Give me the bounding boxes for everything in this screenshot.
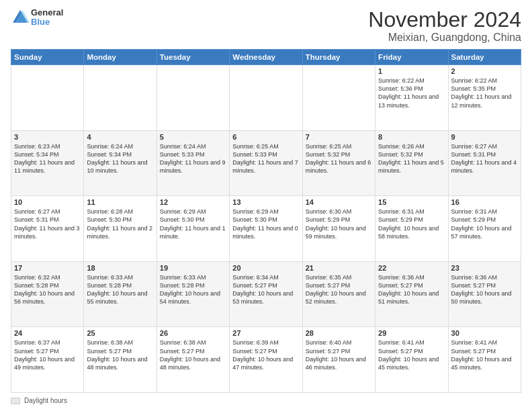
day-info: Sunrise: 6:25 AM Sunset: 5:32 PM Dayligh… [306,142,372,175]
title-block: November 2024 Meixian, Guangdong, China [368,8,521,44]
calendar-cell: 28Sunrise: 6:40 AM Sunset: 5:27 PM Dayli… [302,327,375,393]
day-info: Sunrise: 6:41 AM Sunset: 5:27 PM Dayligh… [378,338,445,371]
day-info: Sunrise: 6:29 AM Sunset: 5:30 PM Dayligh… [160,208,226,240]
calendar-week-row: 1Sunrise: 6:22 AM Sunset: 5:36 PM Daylig… [11,65,521,131]
day-number: 5 [160,133,226,141]
calendar-cell: 16Sunrise: 6:31 AM Sunset: 5:29 PM Dayli… [448,196,521,262]
day-number: 9 [451,133,518,141]
calendar-cell: 1Sunrise: 6:22 AM Sunset: 5:36 PM Daylig… [375,65,448,131]
calendar-cell: 21Sunrise: 6:35 AM Sunset: 5:27 PM Dayli… [302,261,375,327]
calendar-cell: 3Sunrise: 6:23 AM Sunset: 5:34 PM Daylig… [11,130,84,196]
legend-box [11,398,20,404]
legend-label: Daylight hours [24,397,67,404]
calendar-cell: 19Sunrise: 6:33 AM Sunset: 5:28 PM Dayli… [157,261,229,327]
day-number: 14 [306,198,372,206]
day-info: Sunrise: 6:37 AM Sunset: 5:27 PM Dayligh… [14,338,81,371]
calendar-cell: 7Sunrise: 6:25 AM Sunset: 5:32 PM Daylig… [302,130,375,196]
calendar-cell: 12Sunrise: 6:29 AM Sunset: 5:30 PM Dayli… [157,196,229,262]
day-info: Sunrise: 6:24 AM Sunset: 5:33 PM Dayligh… [160,142,226,175]
header: General Blue November 2024 Meixian, Guan… [11,8,521,44]
day-info: Sunrise: 6:22 AM Sunset: 5:35 PM Dayligh… [451,77,518,109]
day-number: 27 [232,329,299,337]
day-info: Sunrise: 6:30 AM Sunset: 5:29 PM Dayligh… [306,208,372,240]
calendar-cell: 23Sunrise: 6:36 AM Sunset: 5:27 PM Dayli… [448,261,521,327]
calendar-cell: 10Sunrise: 6:27 AM Sunset: 5:31 PM Dayli… [11,196,84,262]
day-number: 30 [451,329,518,337]
day-info: Sunrise: 6:41 AM Sunset: 5:27 PM Dayligh… [451,338,518,371]
day-info: Sunrise: 6:34 AM Sunset: 5:27 PM Dayligh… [232,273,299,306]
calendar-cell: 4Sunrise: 6:24 AM Sunset: 5:34 PM Daylig… [84,130,157,196]
day-number: 15 [378,198,445,206]
day-number: 2 [451,67,518,75]
calendar-cell: 25Sunrise: 6:38 AM Sunset: 5:27 PM Dayli… [84,327,157,393]
day-info: Sunrise: 6:38 AM Sunset: 5:27 PM Dayligh… [87,338,153,371]
day-number: 22 [378,264,445,272]
day-number: 11 [87,198,153,206]
day-number: 20 [232,264,299,272]
calendar-week-row: 24Sunrise: 6:37 AM Sunset: 5:27 PM Dayli… [11,327,521,393]
day-info: Sunrise: 6:28 AM Sunset: 5:30 PM Dayligh… [87,208,153,240]
day-info: Sunrise: 6:25 AM Sunset: 5:33 PM Dayligh… [232,142,299,175]
calendar-week-row: 17Sunrise: 6:32 AM Sunset: 5:28 PM Dayli… [11,261,521,327]
calendar-header-row: SundayMondayTuesdayWednesdayThursdayFrid… [11,50,521,65]
calendar-cell: 27Sunrise: 6:39 AM Sunset: 5:27 PM Dayli… [230,327,302,393]
logo-blue: Blue [31,17,63,27]
calendar-cell: 5Sunrise: 6:24 AM Sunset: 5:33 PM Daylig… [157,130,229,196]
calendar-cell: 24Sunrise: 6:37 AM Sunset: 5:27 PM Dayli… [11,327,84,393]
calendar-table: SundayMondayTuesdayWednesdayThursdayFrid… [11,49,521,393]
calendar-cell: 11Sunrise: 6:28 AM Sunset: 5:30 PM Dayli… [84,196,157,262]
day-number: 21 [306,264,372,272]
calendar-cell: 18Sunrise: 6:33 AM Sunset: 5:28 PM Dayli… [84,261,157,327]
calendar-cell [11,65,84,131]
day-info: Sunrise: 6:33 AM Sunset: 5:28 PM Dayligh… [160,273,226,306]
legend: Daylight hours [11,397,521,404]
calendar-cell: 17Sunrise: 6:32 AM Sunset: 5:28 PM Dayli… [11,261,84,327]
calendar-cell: 15Sunrise: 6:31 AM Sunset: 5:29 PM Dayli… [375,196,448,262]
day-info: Sunrise: 6:27 AM Sunset: 5:31 PM Dayligh… [451,142,518,175]
logo-general: General [31,8,63,17]
day-info: Sunrise: 6:31 AM Sunset: 5:29 PM Dayligh… [451,208,518,240]
calendar-cell [302,65,375,131]
day-header-thursday: Thursday [302,50,375,65]
day-number: 3 [14,133,81,141]
day-header-sunday: Sunday [11,50,84,65]
day-info: Sunrise: 6:24 AM Sunset: 5:34 PM Dayligh… [87,142,153,175]
logo: General Blue [11,8,63,28]
calendar-cell: 2Sunrise: 6:22 AM Sunset: 5:35 PM Daylig… [448,65,521,131]
day-number: 12 [160,198,226,206]
day-number: 24 [14,329,81,337]
day-info: Sunrise: 6:22 AM Sunset: 5:36 PM Dayligh… [378,77,445,109]
calendar-cell: 26Sunrise: 6:38 AM Sunset: 5:27 PM Dayli… [157,327,229,393]
calendar-week-row: 10Sunrise: 6:27 AM Sunset: 5:31 PM Dayli… [11,196,521,262]
day-info: Sunrise: 6:29 AM Sunset: 5:30 PM Dayligh… [232,208,299,240]
calendar-cell: 9Sunrise: 6:27 AM Sunset: 5:31 PM Daylig… [448,130,521,196]
day-info: Sunrise: 6:27 AM Sunset: 5:31 PM Dayligh… [14,208,81,240]
day-info: Sunrise: 6:39 AM Sunset: 5:27 PM Dayligh… [232,338,299,371]
day-header-tuesday: Tuesday [157,50,229,65]
page: General Blue November 2024 Meixian, Guan… [0,0,532,411]
day-info: Sunrise: 6:38 AM Sunset: 5:27 PM Dayligh… [160,338,226,371]
day-header-wednesday: Wednesday [230,50,302,65]
logo-icon [11,8,30,27]
day-number: 6 [232,133,299,141]
calendar-title: November 2024 [368,8,521,32]
day-number: 13 [232,198,299,206]
calendar-cell: 20Sunrise: 6:34 AM Sunset: 5:27 PM Dayli… [230,261,302,327]
day-header-monday: Monday [84,50,157,65]
day-info: Sunrise: 6:31 AM Sunset: 5:29 PM Dayligh… [378,208,445,240]
day-info: Sunrise: 6:40 AM Sunset: 5:27 PM Dayligh… [306,338,372,371]
day-number: 8 [378,133,445,141]
calendar-week-row: 3Sunrise: 6:23 AM Sunset: 5:34 PM Daylig… [11,130,521,196]
logo-text: General Blue [31,8,63,28]
calendar-cell: 22Sunrise: 6:36 AM Sunset: 5:27 PM Dayli… [375,261,448,327]
calendar-cell [157,65,229,131]
day-number: 7 [306,133,372,141]
calendar-cell: 8Sunrise: 6:26 AM Sunset: 5:32 PM Daylig… [375,130,448,196]
day-info: Sunrise: 6:35 AM Sunset: 5:27 PM Dayligh… [306,273,372,306]
day-number: 26 [160,329,226,337]
calendar-cell: 29Sunrise: 6:41 AM Sunset: 5:27 PM Dayli… [375,327,448,393]
day-number: 16 [451,198,518,206]
calendar-cell [84,65,157,131]
day-number: 25 [87,329,153,337]
calendar-cell [230,65,302,131]
